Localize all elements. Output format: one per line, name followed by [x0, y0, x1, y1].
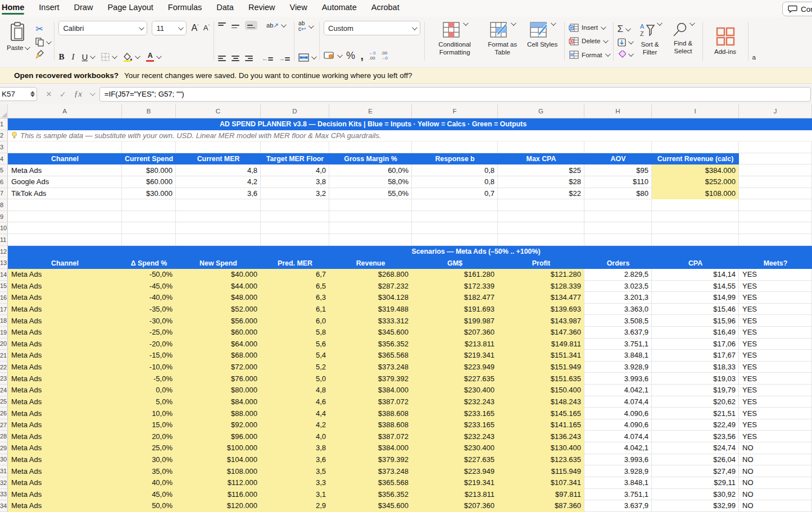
cell-G30[interactable]: $123.635 — [498, 454, 584, 466]
cell-E34[interactable]: $345.600 — [329, 500, 412, 512]
cell-E7[interactable]: 55,0% — [329, 188, 412, 200]
cell-A6[interactable]: Google Ads — [8, 176, 122, 188]
sort-filter-button[interactable]: AZ Sort & Filter — [636, 21, 665, 62]
cell-I15[interactable]: $14,55 — [652, 281, 739, 292]
merge-center-chevron-icon[interactable] — [311, 54, 317, 60]
cell-J11[interactable] — [739, 234, 812, 246]
cell-J26[interactable]: YES — [739, 408, 812, 419]
cell-C30[interactable]: $104.000 — [176, 454, 261, 466]
cell-H32[interactable]: 3.848,1 — [584, 477, 652, 489]
cell-E14[interactable]: $268.800 — [329, 269, 412, 281]
cell-G9[interactable] — [498, 211, 584, 223]
cell-H19[interactable]: 3.637,9 — [584, 327, 652, 339]
cell-A31[interactable]: Meta Ads — [8, 465, 122, 477]
cell-B33[interactable]: 45,0% — [122, 489, 176, 501]
cell-E21[interactable]: $365.568 — [329, 350, 412, 362]
cell-B24[interactable]: 0,0% — [122, 385, 176, 396]
clear-button[interactable] — [618, 51, 632, 59]
row-header-14[interactable]: 14 — [0, 269, 8, 281]
cell-J6[interactable] — [739, 176, 812, 188]
cell-D4[interactable]: Target MER Floor — [261, 153, 329, 165]
cell-D13[interactable]: Pred. MER — [261, 257, 329, 269]
cell-D32[interactable]: 3,3 — [261, 477, 329, 489]
cell-J24[interactable]: YES — [739, 385, 812, 396]
cell-D22[interactable]: 5,2 — [261, 362, 329, 373]
autosum-button[interactable]: Σ — [618, 24, 632, 35]
cell-F34[interactable]: $207.360 — [412, 500, 498, 512]
cell-H15[interactable]: 3.023,5 — [584, 281, 652, 292]
cell-H25[interactable]: 4.074,4 — [584, 396, 652, 408]
align-center-icon[interactable] — [232, 56, 239, 61]
cell-G13[interactable]: Profit — [498, 257, 584, 269]
formula-bar-chevron-icon[interactable] — [90, 90, 96, 96]
cell-G33[interactable]: $97.811 — [498, 489, 584, 501]
cell-H5[interactable]: $95 — [584, 164, 652, 176]
enter-check-icon[interactable]: ✓ — [60, 90, 66, 99]
sample-data-note[interactable]: This is sample data — substitute with yo… — [8, 130, 812, 142]
autosum-chevron-icon[interactable] — [625, 26, 631, 31]
column-header-F[interactable]: F — [412, 104, 498, 118]
cell-D8[interactable] — [261, 199, 329, 211]
cell-F11[interactable] — [412, 234, 498, 246]
sort-filter-chevron-icon[interactable] — [657, 20, 663, 26]
column-header-A[interactable]: A — [8, 104, 122, 118]
cell-D31[interactable]: 3,5 — [261, 465, 329, 477]
menu-tab-review[interactable]: Review — [248, 3, 275, 15]
row-header-9[interactable]: 9 — [0, 211, 8, 223]
cell-G5[interactable]: $25 — [498, 164, 584, 176]
cell-A14[interactable]: Meta Ads — [8, 269, 122, 281]
increase-indent-icon[interactable]: → — [279, 55, 290, 62]
cell-E22[interactable]: $373.248 — [329, 362, 412, 373]
cell-H29[interactable]: 4.042,1 — [584, 442, 652, 454]
font-color-button[interactable]: A — [146, 52, 160, 62]
paste-chevron-icon[interactable] — [25, 44, 30, 50]
column-header-G[interactable]: G — [498, 104, 584, 118]
cell-F10[interactable] — [412, 222, 498, 234]
cell-F22[interactable]: $223.949 — [412, 362, 498, 373]
cell-styles-chevron-icon[interactable] — [551, 20, 556, 26]
cell-D7[interactable]: 3,2 — [261, 188, 329, 200]
cell-C14[interactable]: $40.000 — [176, 269, 261, 281]
cell-C22[interactable]: $72.000 — [176, 362, 261, 373]
cell-E13[interactable]: Revenue — [329, 257, 412, 269]
row-header-20[interactable]: 20 — [0, 339, 8, 350]
cell-B19[interactable]: -25,0% — [122, 327, 176, 339]
borders-button[interactable] — [101, 53, 116, 61]
cell-F8[interactable] — [412, 199, 498, 211]
copy-chevron-icon[interactable] — [46, 39, 52, 44]
cell-B9[interactable] — [122, 211, 176, 223]
column-header-B[interactable]: B — [122, 104, 176, 118]
row-header-6[interactable]: 6 — [0, 176, 8, 188]
cell-I29[interactable]: $24,74 — [652, 442, 739, 454]
delete-chevron-icon[interactable] — [603, 38, 609, 43]
cell-A25[interactable]: Meta Ads — [8, 396, 122, 408]
cell-D6[interactable]: 3,8 — [261, 176, 329, 188]
decrease-decimal-button[interactable]: .00→0 — [380, 51, 387, 61]
cell-B7[interactable]: $30.000 — [122, 188, 176, 200]
cell-I11[interactable] — [652, 234, 739, 246]
cell-I34[interactable]: $32,99 — [652, 500, 739, 512]
cell-D25[interactable]: 4,6 — [261, 396, 329, 408]
fill-color-button[interactable] — [123, 53, 139, 62]
cell-H13[interactable]: Orders — [584, 257, 652, 269]
cell-H9[interactable] — [584, 211, 652, 223]
cell-D24[interactable]: 4,8 — [261, 385, 329, 396]
cell-E10[interactable] — [329, 222, 412, 234]
cell-F26[interactable]: $233.165 — [412, 408, 498, 419]
cell-A28[interactable]: Meta Ads — [8, 431, 122, 442]
cell-C17[interactable]: $52.000 — [176, 304, 261, 316]
cell-C13[interactable]: New Spend — [176, 257, 261, 269]
format-painter-button[interactable] — [35, 50, 50, 59]
cell-B3[interactable] — [122, 141, 176, 153]
cell-F29[interactable]: $230.400 — [412, 442, 498, 454]
cell-G32[interactable]: $107.341 — [498, 477, 584, 489]
format-as-table-button[interactable]: Format as Table — [482, 21, 523, 62]
cell-H30[interactable]: 3.993,6 — [584, 454, 652, 466]
cell-C10[interactable] — [176, 222, 261, 234]
fill-chevron-icon[interactable] — [628, 39, 633, 45]
cell-A11[interactable] — [8, 234, 122, 246]
cell-D18[interactable]: 6,0 — [261, 315, 329, 327]
cell-C34[interactable]: $120.000 — [176, 500, 261, 512]
insert-function-icon[interactable]: ƒx — [74, 89, 82, 99]
fill-color-chevron-icon[interactable] — [135, 53, 140, 59]
